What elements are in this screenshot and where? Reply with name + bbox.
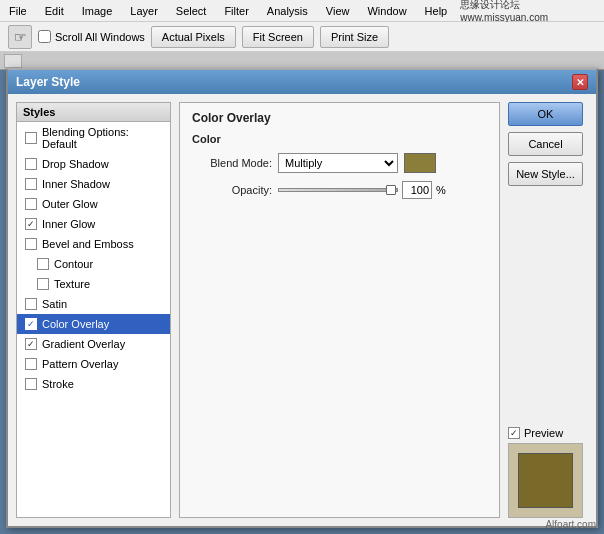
right-panel: OK Cancel New Style... Preview: [508, 102, 588, 518]
label-stroke: Stroke: [42, 378, 74, 390]
style-item-gradient-overlay[interactable]: Gradient Overlay: [17, 334, 170, 354]
blend-mode-select[interactable]: Multiply Normal Screen Overlay: [278, 153, 398, 173]
opacity-label: Opacity:: [192, 184, 272, 196]
checkbox-blending-options[interactable]: [25, 132, 37, 144]
actual-pixels-button[interactable]: Actual Pixels: [151, 26, 236, 48]
menu-help[interactable]: Help: [420, 3, 453, 19]
checkbox-outer-glow[interactable]: [25, 198, 37, 210]
preview-inner: [518, 453, 573, 508]
checkbox-texture[interactable]: [37, 278, 49, 290]
main-content: Color Overlay Color Blend Mode: Multiply…: [179, 102, 500, 518]
layer-style-dialog: Layer Style ✕ Styles Blending Options: D…: [6, 68, 598, 528]
styles-panel: Styles Blending Options: Default Drop Sh…: [16, 102, 171, 518]
menu-select[interactable]: Select: [171, 3, 212, 19]
style-item-contour[interactable]: Contour: [17, 254, 170, 274]
checkbox-inner-glow[interactable]: [25, 218, 37, 230]
scroll-all-checkbox[interactable]: [38, 30, 51, 43]
preview-checkbox[interactable]: [508, 427, 520, 439]
label-color-overlay: Color Overlay: [42, 318, 109, 330]
menu-bar: File Edit Image Layer Select Filter Anal…: [0, 0, 604, 22]
opacity-slider-container: %: [278, 181, 446, 199]
section-title: Color Overlay: [192, 111, 487, 125]
subsection-title: Color: [192, 133, 487, 145]
style-item-inner-glow[interactable]: Inner Glow: [17, 214, 170, 234]
label-contour: Contour: [54, 258, 93, 270]
new-style-button[interactable]: New Style...: [508, 162, 583, 186]
label-inner-shadow: Inner Shadow: [42, 178, 110, 190]
style-item-inner-shadow[interactable]: Inner Shadow: [17, 174, 170, 194]
menu-view[interactable]: View: [321, 3, 355, 19]
checkbox-drop-shadow[interactable]: [25, 158, 37, 170]
menu-analysis[interactable]: Analysis: [262, 3, 313, 19]
preview-label: Preview: [524, 427, 563, 439]
checkbox-color-overlay[interactable]: [25, 318, 37, 330]
label-texture: Texture: [54, 278, 90, 290]
toolbar: ☞ Scroll All Windows Actual Pixels Fit S…: [0, 22, 604, 52]
dialog-close-button[interactable]: ✕: [572, 74, 588, 90]
zoom-info: [4, 54, 22, 68]
checkbox-pattern-overlay[interactable]: [25, 358, 37, 370]
checkbox-contour[interactable]: [37, 258, 49, 270]
menu-edit[interactable]: Edit: [40, 3, 69, 19]
hand-tool-icon[interactable]: ☞: [8, 25, 32, 49]
checkbox-gradient-overlay[interactable]: [25, 338, 37, 350]
dialog-body: Styles Blending Options: Default Drop Sh…: [8, 94, 596, 526]
percent-label: %: [436, 184, 446, 196]
slider-track: [278, 188, 398, 192]
dialog-title: Layer Style: [16, 75, 80, 89]
dialog-titlebar: Layer Style ✕: [8, 70, 596, 94]
checkbox-bevel-emboss[interactable]: [25, 238, 37, 250]
checkbox-inner-shadow[interactable]: [25, 178, 37, 190]
menu-image[interactable]: Image: [77, 3, 118, 19]
slider-thumb: [386, 185, 396, 195]
menu-layer[interactable]: Layer: [125, 3, 163, 19]
menu-chinese: 思缘设计论坛 www.missyuan.com: [460, 0, 600, 23]
style-item-drop-shadow[interactable]: Drop Shadow: [17, 154, 170, 174]
opacity-input[interactable]: [402, 181, 432, 199]
scroll-all-group: Scroll All Windows: [38, 30, 145, 43]
label-inner-glow: Inner Glow: [42, 218, 95, 230]
ok-button[interactable]: OK: [508, 102, 583, 126]
menu-file[interactable]: File: [4, 3, 32, 19]
print-size-button[interactable]: Print Size: [320, 26, 389, 48]
label-outer-glow: Outer Glow: [42, 198, 98, 210]
color-swatch[interactable]: [404, 153, 436, 173]
opacity-slider[interactable]: [278, 183, 398, 197]
style-item-stroke[interactable]: Stroke: [17, 374, 170, 394]
styles-header: Styles: [17, 103, 170, 122]
style-item-color-overlay[interactable]: Color Overlay: [17, 314, 170, 334]
preview-checkbox-row: Preview: [508, 427, 563, 439]
label-satin: Satin: [42, 298, 67, 310]
checkbox-satin[interactable]: [25, 298, 37, 310]
fit-screen-button[interactable]: Fit Screen: [242, 26, 314, 48]
preview-box: [508, 443, 583, 518]
blend-mode-label: Blend Mode:: [192, 157, 272, 169]
label-blending-options: Blending Options: Default: [42, 126, 162, 150]
style-item-satin[interactable]: Satin: [17, 294, 170, 314]
color-overlay-section: Color Overlay Color Blend Mode: Multiply…: [179, 102, 500, 518]
label-pattern-overlay: Pattern Overlay: [42, 358, 118, 370]
preview-section: Preview: [508, 427, 588, 518]
menu-filter[interactable]: Filter: [219, 3, 253, 19]
style-item-texture[interactable]: Texture: [17, 274, 170, 294]
label-bevel-emboss: Bevel and Emboss: [42, 238, 134, 250]
scroll-all-label: Scroll All Windows: [55, 31, 145, 43]
menu-window[interactable]: Window: [362, 3, 411, 19]
watermark: Alfoart.com: [545, 519, 596, 530]
checkbox-stroke[interactable]: [25, 378, 37, 390]
label-drop-shadow: Drop Shadow: [42, 158, 109, 170]
style-item-blending-options[interactable]: Blending Options: Default: [17, 122, 170, 154]
style-item-bevel-emboss[interactable]: Bevel and Emboss: [17, 234, 170, 254]
style-item-outer-glow[interactable]: Outer Glow: [17, 194, 170, 214]
opacity-row: Opacity: %: [192, 181, 487, 199]
style-item-pattern-overlay[interactable]: Pattern Overlay: [17, 354, 170, 374]
label-gradient-overlay: Gradient Overlay: [42, 338, 125, 350]
blend-mode-row: Blend Mode: Multiply Normal Screen Overl…: [192, 153, 487, 173]
cancel-button[interactable]: Cancel: [508, 132, 583, 156]
